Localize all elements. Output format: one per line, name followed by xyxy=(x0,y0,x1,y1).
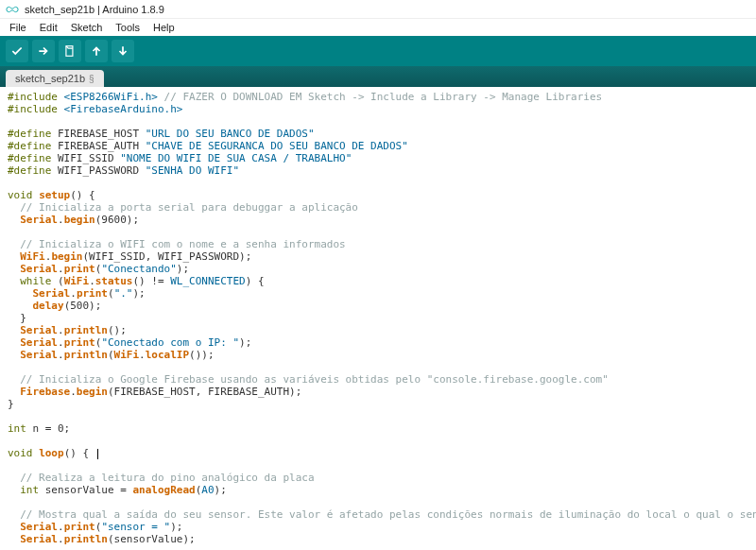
verify-button[interactable] xyxy=(6,40,28,62)
menu-help[interactable]: Help xyxy=(147,21,180,34)
code-editor[interactable]: #include <ESP8266WiFi.h> // FAZER O DOWN… xyxy=(0,87,756,550)
open-button[interactable] xyxy=(85,40,108,62)
toolbar xyxy=(0,36,756,66)
tab-modified-indicator: § xyxy=(89,74,94,84)
title-bar: sketch_sep21b | Arduino 1.8.9 xyxy=(0,0,756,19)
arduino-app-icon xyxy=(6,3,19,16)
tab-sketch[interactable]: sketch_sep21b§ xyxy=(6,70,104,87)
arrow-right-icon xyxy=(37,44,50,58)
save-button[interactable] xyxy=(112,40,134,62)
new-button[interactable] xyxy=(59,40,81,62)
menu-tools[interactable]: Tools xyxy=(110,21,146,34)
menu-bar: File Edit Sketch Tools Help xyxy=(0,19,756,36)
menu-sketch[interactable]: Sketch xyxy=(65,21,109,34)
window-title: sketch_sep21b | Arduino 1.8.9 xyxy=(25,4,164,15)
tab-bar: sketch_sep21b§ xyxy=(0,66,756,87)
arrow-down-icon xyxy=(116,44,129,58)
check-icon xyxy=(10,44,24,58)
new-file-icon xyxy=(63,44,77,58)
arrow-up-icon xyxy=(90,44,103,58)
upload-button[interactable] xyxy=(32,40,55,62)
tab-label: sketch_sep21b xyxy=(15,73,85,84)
menu-file[interactable]: File xyxy=(4,21,32,34)
menu-edit[interactable]: Edit xyxy=(34,21,63,34)
